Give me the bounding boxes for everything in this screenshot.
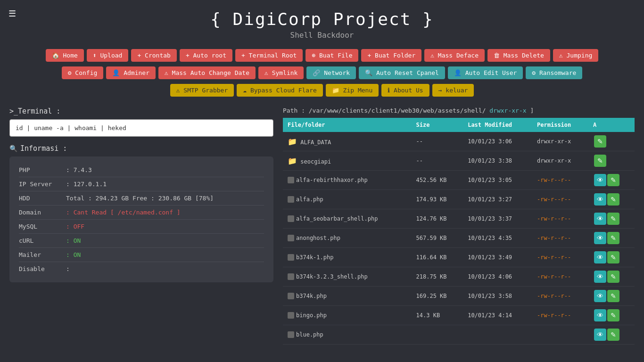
edit-button[interactable]: ✎ [607, 309, 619, 321]
file-table: File/folder Size Last Modified Permissio… [283, 118, 635, 345]
menu-btn-home[interactable]: 🏠 Home [46, 49, 84, 62]
file-name[interactable]: b374k-3.2.3_shell.php [296, 273, 368, 280]
menu-btn-bypass-cloud-flare[interactable]: ☁ Bypass Cloud Flare [237, 84, 323, 97]
table-row: anonghost.php567.59 KB10/01/23 4:35-rw-r… [283, 229, 635, 248]
menu-btn-mass-deface[interactable]: ⚠ Mass Deface [424, 49, 485, 62]
file-name[interactable]: alfa-rebirthhaxor.php [296, 177, 368, 183]
app-subtitle: Shell Backdoor [0, 31, 644, 40]
edit-button[interactable]: ✎ [607, 251, 619, 263]
edit-button[interactable]: ✎ [607, 232, 619, 244]
menu-btn-about-us[interactable]: ℹ About Us [381, 84, 429, 97]
menu-btn-upload[interactable]: ⬆ Upload [87, 49, 129, 62]
view-button[interactable]: 👁 [594, 271, 606, 283]
col-modified: Last Modified [463, 118, 532, 132]
menu-btn-terminal-root[interactable]: + Terminal Root [235, 49, 303, 62]
file-name-cell: b374k-1.php [283, 248, 412, 267]
file-action-cell: 👁✎ [588, 267, 635, 287]
file-name-cell: alfa.php [283, 190, 412, 209]
file-name[interactable]: alfa.php [296, 196, 323, 203]
view-button[interactable]: 👁 [594, 232, 606, 244]
file-action-cell: ✎ [588, 151, 635, 171]
menu-btn-mass-delete[interactable]: 🗑 Mass Delete [487, 49, 550, 62]
menu-btn-zip-menu[interactable]: 📁 Zip Menu [326, 84, 379, 97]
file-icon [288, 177, 294, 183]
edit-button[interactable]: ✎ [607, 329, 619, 341]
file-size-cell: 452.56 KB [412, 171, 463, 190]
menu-btn-auto-root[interactable]: + Auto root [180, 49, 232, 62]
file-name-cell: alfa_seobarbar_shell.php [283, 209, 412, 229]
file-modified-cell: 10/01/23 3:06 [463, 132, 532, 151]
edit-button[interactable]: ✎ [594, 135, 606, 148]
menu-btn-adminer[interactable]: 👤 Adminer [106, 66, 156, 79]
hamburger-button[interactable]: ☰ [5, 5, 20, 22]
menu-btn-network[interactable]: 🔗 Network [306, 66, 356, 79]
menu-btn-ransomware[interactable]: ⚙ Ransomware [526, 66, 582, 79]
menu-btn-smtp-grabber[interactable]: ⚠ SMTP Grabber [170, 84, 234, 97]
file-name[interactable]: bingo.php [296, 312, 327, 319]
file-modified-cell: 10/01/23 3:37 [463, 209, 532, 229]
file-action-cell: 👁✎ [588, 209, 635, 229]
edit-button[interactable]: ✎ [607, 213, 619, 225]
perm-text: -rw-r--r-- [537, 215, 571, 222]
menu-btn-buat-file[interactable]: ⊕ Buat File [305, 49, 358, 62]
file-name[interactable]: anonghost.php [296, 235, 340, 241]
file-name-cell: 📁 seocgiapi [283, 151, 412, 171]
file-action-cell: 👁✎ [588, 171, 635, 190]
table-row: alfa_seobarbar_shell.php124.76 KB10/01/2… [283, 209, 635, 229]
file-modified-cell: 10/01/23 3:49 [463, 248, 532, 267]
edit-button[interactable]: ✎ [607, 290, 619, 302]
file-size-cell: 14.3 KB [412, 306, 463, 325]
file-name[interactable]: alfa_seobarbar_shell.php [296, 215, 378, 222]
info-label: MySQL [19, 223, 66, 230]
info-value: Total : 294.23 GB Free : 230.86 GB [78%] [66, 195, 264, 202]
perm-text: -rw-r--r-- [537, 293, 571, 299]
view-button[interactable]: 👁 [594, 290, 606, 302]
view-button[interactable]: 👁 [594, 329, 606, 341]
file-name[interactable]: b374k.php [296, 293, 327, 299]
file-perm-cell: drwxr-xr-x [532, 132, 588, 151]
left-panel: >_Terminal : 🔍 Informasi : PHP: 7.4.3IP … [9, 107, 273, 345]
file-name[interactable]: ALFA_DATA [300, 139, 331, 146]
info-label: IP Server [19, 181, 66, 188]
file-name[interactable]: blue.php [296, 331, 323, 338]
view-button[interactable]: 👁 [594, 193, 606, 206]
edit-button[interactable]: ✎ [607, 174, 619, 186]
file-size-cell: -- [412, 132, 463, 151]
file-name[interactable]: b374k-1.php [296, 254, 333, 261]
menu-btn-auto-edit-user[interactable]: 👤 Auto Edit User [448, 66, 523, 79]
file-modified-cell: 10/01/23 3:38 [463, 151, 532, 171]
view-button[interactable]: 👁 [594, 174, 606, 186]
menu-btn-symlink[interactable]: ⚠ Symlink [258, 66, 304, 79]
file-modified-cell: 10/01/23 4:06 [463, 267, 532, 287]
menu-btn-crontab[interactable]: + Crontab [131, 49, 176, 62]
menu-btn-jumping[interactable]: ⚠ Jumping [553, 49, 598, 62]
terminal-input[interactable] [9, 119, 273, 137]
info-value: : OFF [66, 223, 264, 230]
edit-button[interactable]: ✎ [607, 271, 619, 283]
menu-btn-auto-reset-cpanel[interactable]: 🔍 Auto Reset Cpanel [359, 66, 445, 79]
file-size-cell: 174.93 KB [412, 190, 463, 209]
file-name[interactable]: seocgiapi [300, 158, 331, 165]
menu-btn-keluar[interactable]: → keluar [432, 84, 474, 97]
file-icon [288, 331, 294, 338]
file-icon [288, 273, 294, 280]
file-size-cell: 567.59 KB [412, 229, 463, 248]
info-value: : ON [66, 237, 264, 244]
info-row: HDDTotal : 294.23 GB Free : 230.86 GB [7… [19, 191, 264, 206]
view-button[interactable]: 👁 [594, 309, 606, 321]
menu-btn-mass-auto-change-date[interactable]: ⚠ Mass Auto Change Date [158, 66, 256, 79]
col-perm: Permission [532, 118, 588, 132]
table-header: File/folder Size Last Modified Permissio… [283, 118, 635, 132]
edit-button[interactable]: ✎ [607, 193, 619, 206]
table-row: alfa-rebirthhaxor.php452.56 KB10/01/23 3… [283, 171, 635, 190]
file-modified-cell: 10/01/23 4:14 [463, 306, 532, 325]
file-perm-cell [532, 325, 588, 345]
edit-button[interactable]: ✎ [594, 155, 606, 167]
view-button[interactable]: 👁 [594, 213, 606, 225]
view-button[interactable]: 👁 [594, 251, 606, 263]
menu-btn-buat-folder[interactable]: + Buat Folder [361, 49, 421, 62]
file-action-cell: 👁✎ [588, 325, 635, 345]
menu-row-1: 🏠 Home⬆ Upload+ Crontab+ Auto root+ Term… [5, 48, 639, 63]
file-perm-cell: -rw-r--r-- [532, 190, 588, 209]
menu-btn-config[interactable]: ⚙ Config [62, 66, 104, 79]
